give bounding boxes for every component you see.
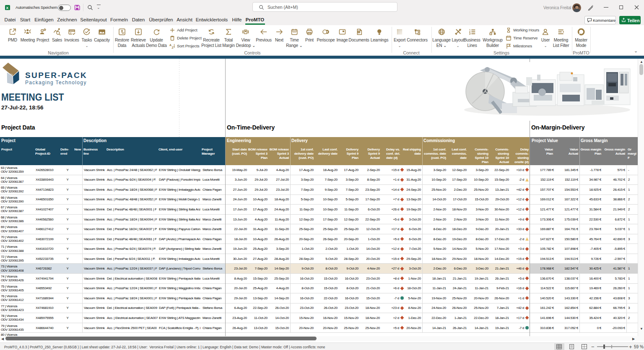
svg-text:Packaging Technology: Packaging Technology: [25, 80, 86, 86]
svg-text:A: A: [169, 43, 171, 46]
svg-text:SUPER-PACK: SUPER-PACK: [25, 71, 87, 80]
svg-text:X: X: [6, 6, 9, 10]
svg-text:Z: Z: [172, 46, 174, 49]
